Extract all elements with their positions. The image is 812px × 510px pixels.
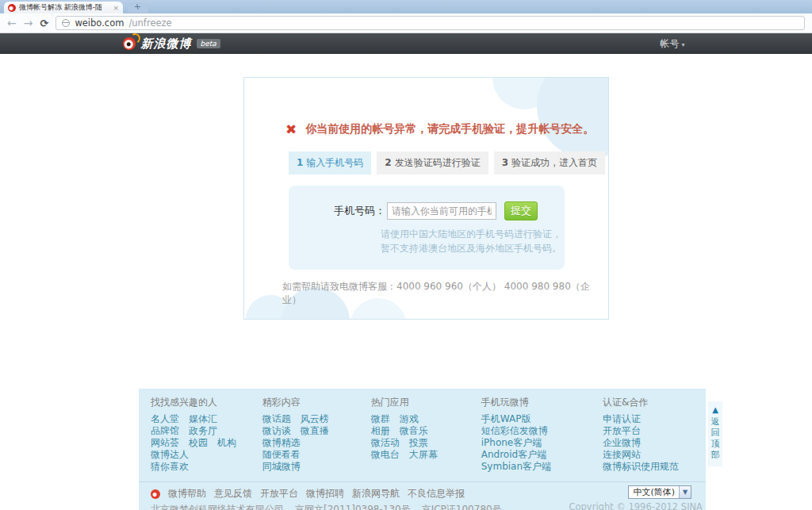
footer-link[interactable]: 微电台 xyxy=(371,449,400,461)
footer-link[interactable]: 网站荟 xyxy=(151,437,179,449)
step-number: 2 xyxy=(385,157,391,168)
footer-utility-link[interactable]: 新浪网导航 xyxy=(352,487,400,500)
footer-link[interactable]: 随便看看 xyxy=(262,449,301,461)
footer-column-title: 精彩内容 xyxy=(262,397,371,408)
footer-link-row: 名人堂媒体汇 xyxy=(151,413,262,425)
weibo-eye-icon xyxy=(123,37,136,50)
language-select[interactable]: 中文(简体) ▼ xyxy=(628,485,691,499)
company-info-item: 京网文[2011]0398-130号 xyxy=(295,503,411,510)
footer-link[interactable]: 风云榜 xyxy=(301,413,329,425)
footer-link[interactable]: 微活动 xyxy=(371,437,400,449)
footer-link-row: 企业微博 xyxy=(603,437,694,449)
select-arrow-icon: ▼ xyxy=(679,486,691,498)
hint-line-1: 请使用中国大陆地区的手机号码进行验证， xyxy=(381,227,561,241)
footer-link-row: 微博标识使用规范 xyxy=(603,461,694,473)
footer-link[interactable]: 微博达人 xyxy=(151,449,189,461)
footer-link[interactable]: 微话题 xyxy=(262,413,291,425)
footer-link-row: 开放平台 xyxy=(603,425,694,437)
submit-button[interactable]: 提交 xyxy=(504,201,538,220)
phone-number-input[interactable] xyxy=(387,202,496,220)
footer-column-title: 热门应用 xyxy=(371,397,481,408)
step-number: 3 xyxy=(502,157,508,168)
tab-close-icon[interactable]: × xyxy=(113,4,119,12)
page-footer: 找找感兴趣的人名人堂媒体汇品牌馆政务厅网站荟校园机构微博达人猜你喜欢精彩内容微话… xyxy=(139,389,706,510)
footer-link[interactable]: 投票 xyxy=(409,437,428,449)
footer-links-row: 微博帮助意见反馈开放平台微博招聘新浪网导航不良信息举报 xyxy=(151,487,694,500)
step-label: 验证成功，进入首页 xyxy=(511,157,597,168)
footer-link[interactable]: 连接网站 xyxy=(603,449,641,461)
footer-column-title: 认证&合作 xyxy=(603,397,694,408)
footer-link[interactable]: 名人堂 xyxy=(151,413,179,425)
footer-link-row: 随便看看 xyxy=(262,449,371,461)
footer-link[interactable]: 微博精选 xyxy=(262,437,301,449)
footer-link[interactable]: 猜你喜欢 xyxy=(151,461,189,473)
footer-link[interactable]: 品牌馆 xyxy=(151,425,179,437)
footer-utility-link[interactable]: 不良信息举报 xyxy=(408,487,465,500)
footer-utility-link[interactable]: 意见反馈 xyxy=(214,487,252,500)
company-info-item: 北京微梦创科网络技术有限公司 xyxy=(151,503,284,510)
footer-link[interactable]: iPhone客户端 xyxy=(481,437,542,449)
footer-link[interactable]: 开放平台 xyxy=(603,425,641,437)
account-menu[interactable]: 帐号▾ xyxy=(660,37,689,51)
footer-link[interactable]: 微直播 xyxy=(301,425,329,437)
browser-toolbar: ← → ⟳ weibo.com/unfreeze xyxy=(0,13,812,33)
footer-link[interactable]: 短信彩信发微博 xyxy=(481,425,548,437)
footer-column: 手机玩微博手机WAP版短信彩信发微博iPhone客户端Android客户端Sym… xyxy=(481,397,603,473)
browser-window: 微博帐号解冻 新浪微博-随 × + ← → ⟳ weibo.com/unfree… xyxy=(0,0,812,510)
footer-column-title: 找找感兴趣的人 xyxy=(151,397,262,408)
footer-link[interactable]: 微音乐 xyxy=(400,425,428,437)
footer-utility-link[interactable]: 微博帮助 xyxy=(168,487,206,500)
step-label: 输入手机号码 xyxy=(306,157,363,168)
footer-link[interactable]: 游戏 xyxy=(400,413,419,425)
footer-link[interactable]: 同城微博 xyxy=(262,461,301,473)
footer-utility-link[interactable]: 开放平台 xyxy=(260,487,298,500)
weibo-logo[interactable]: 新浪微博 beta xyxy=(123,36,220,52)
footer-link[interactable]: 微访谈 xyxy=(262,425,291,437)
footer-link[interactable]: 大屏幕 xyxy=(409,449,438,461)
footer-link[interactable]: 微博标识使用规范 xyxy=(603,461,679,473)
browser-tab[interactable]: 微博帐号解冻 新浪微博-随 × xyxy=(4,2,123,13)
company-line: 北京微梦创科网络技术有限公司京网文[2011]0398-130号京ICP证100… xyxy=(151,503,502,510)
step-3-success: 3验证成功，进入首页 xyxy=(494,151,605,174)
footer-link[interactable]: 政务厅 xyxy=(189,425,217,437)
footer-link[interactable]: 微群 xyxy=(371,413,390,425)
footer-link[interactable]: 企业微博 xyxy=(603,437,641,449)
step-1-enter-phone: 1输入手机号码 xyxy=(289,151,371,174)
footer-link-row: 微博精选 xyxy=(262,437,371,449)
forward-button[interactable]: → xyxy=(24,17,33,29)
back-to-top-button[interactable]: ▲ 返回顶部 xyxy=(708,401,722,466)
cloud-decoration xyxy=(537,77,609,159)
footer-link-row: 微活动投票 xyxy=(371,437,481,449)
copyright-text: Copyright © 1996-2012 SINA xyxy=(569,501,703,510)
footer-link[interactable]: Symbian客户端 xyxy=(481,461,551,473)
url-domain: weibo.com xyxy=(75,17,124,29)
language-select-value: 中文(简体) xyxy=(633,486,675,498)
url-bar[interactable]: weibo.com/unfreeze xyxy=(56,16,805,30)
weibo-logo-text: 新浪微博 xyxy=(141,36,192,52)
footer-link-row: 同城微博 xyxy=(262,461,371,473)
footer-link-row: 申请认证 xyxy=(603,413,694,425)
footer-link[interactable]: 校园 xyxy=(189,437,208,449)
footer-column: 精彩内容微话题风云榜微访谈微直播微博精选随便看看同城微博 xyxy=(262,397,371,473)
account-menu-label: 帐号 xyxy=(660,38,679,49)
up-arrow-icon: ▲ xyxy=(709,405,722,415)
footer-utility-link[interactable]: 微博招聘 xyxy=(306,487,344,500)
footer-column-title: 手机玩微博 xyxy=(481,397,603,408)
back-to-top-label: 返回顶部 xyxy=(709,416,722,461)
browser-tab-strip: 微博帐号解冻 新浪微博-随 × + xyxy=(0,0,812,13)
footer-link[interactable]: 媒体汇 xyxy=(189,413,217,425)
footer-column: 找找感兴趣的人名人堂媒体汇品牌馆政务厅网站荟校园机构微博达人猜你喜欢 xyxy=(151,397,262,473)
footer-link-row: 连接网站 xyxy=(603,449,694,461)
new-tab-button[interactable]: + xyxy=(127,2,149,13)
back-button[interactable]: ← xyxy=(7,17,17,29)
footer-link[interactable]: 手机WAP版 xyxy=(481,413,531,425)
chevron-down-icon: ▾ xyxy=(681,41,684,48)
footer-link-row: 手机WAP版 xyxy=(481,413,603,425)
footer-link[interactable]: 申请认证 xyxy=(603,413,641,425)
footer-link-row: iPhone客户端 xyxy=(481,437,603,449)
footer-link[interactable]: Android客户端 xyxy=(481,449,546,461)
footer-link[interactable]: 相册 xyxy=(371,425,390,437)
footer-link[interactable]: 机构 xyxy=(217,437,236,449)
page-globe-icon xyxy=(62,19,70,27)
reload-button[interactable]: ⟳ xyxy=(40,18,48,29)
